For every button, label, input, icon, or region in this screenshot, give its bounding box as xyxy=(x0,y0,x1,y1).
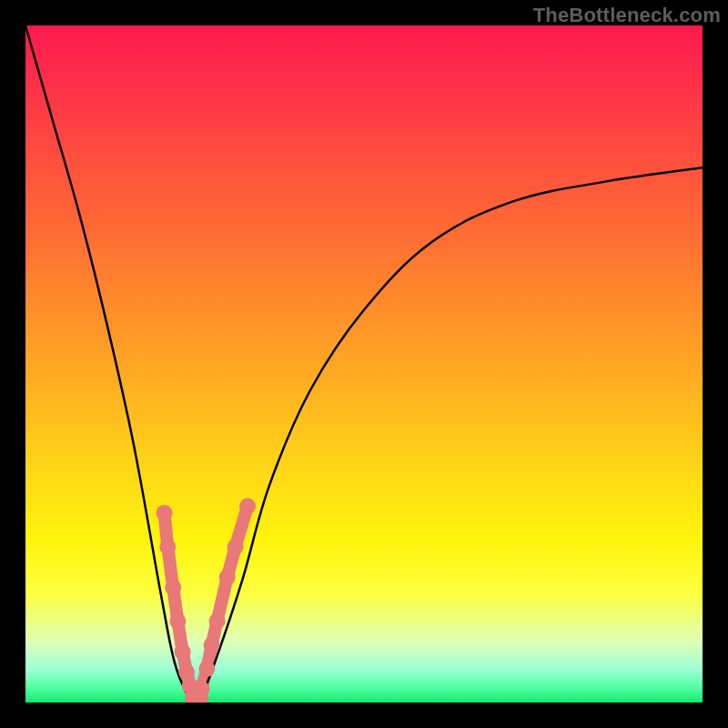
beads-right-bead xyxy=(239,498,256,514)
beads-left-bead xyxy=(159,539,176,555)
watermark-label: TheBottleneck.com xyxy=(533,4,721,27)
beads-right-bead xyxy=(193,681,209,697)
beads-right-bead xyxy=(228,539,244,555)
beads-left-bead xyxy=(157,505,173,521)
chart-frame: TheBottleneck.com xyxy=(0,0,728,728)
bottleneck-curve xyxy=(25,25,703,703)
beads-right-bead xyxy=(209,613,226,630)
curve-layer xyxy=(25,25,703,703)
beads-left-bead xyxy=(165,580,181,596)
beads-right-bead xyxy=(204,637,220,653)
beads-left-bead xyxy=(169,613,186,630)
beads-left-bead xyxy=(175,643,191,660)
beads-right-bead xyxy=(219,569,236,585)
beads-right-bead xyxy=(198,661,215,677)
plot-area xyxy=(25,25,703,703)
